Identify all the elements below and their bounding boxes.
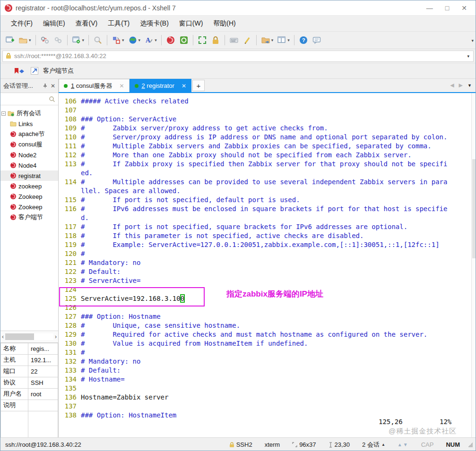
terminal-line: 112# More than one Zabbix proxy should n… (63, 151, 476, 160)
session-tree-item-7[interactable]: zookeep (0, 181, 58, 191)
session-tree-item-6[interactable]: registrat (0, 170, 58, 181)
dropdown-arrow-icon[interactable]: ▾ (122, 38, 124, 43)
terminal-line: 113# If Zabbix proxy is specified then Z… (63, 160, 476, 169)
tab-1[interactable]: 1 consul服务器✕ (59, 79, 130, 92)
session-tree-item-10[interactable]: 客户端节 (0, 212, 58, 222)
tab-scroll-left-icon[interactable]: ◀ (450, 82, 454, 88)
cursor-position-text: 125,26 (379, 418, 403, 425)
bookmark-link-icon[interactable] (31, 67, 38, 75)
terminal-line: 130# Value is acquired from HostnameItem… (63, 339, 476, 348)
new-session-icon (5, 35, 15, 45)
font-button[interactable]: A▾ (143, 34, 158, 46)
session-properties-button[interactable]: ▾ (70, 34, 86, 46)
find-button[interactable] (92, 34, 104, 46)
session-tree-item-1[interactable]: Links (0, 119, 58, 129)
new-session-button[interactable] (4, 34, 16, 46)
globe-icon (128, 35, 138, 45)
menu-item-5[interactable]: 窗口(W) (174, 17, 208, 30)
dropdown-arrow-icon[interactable]: ▾ (82, 38, 85, 43)
session-tree-item-9[interactable]: Zookeep (0, 202, 58, 212)
tab-scroll-right-icon[interactable]: ▶ (459, 82, 463, 88)
help-button[interactable]: ? (297, 34, 310, 46)
status-terminal-size[interactable]: 96x37 (292, 441, 316, 448)
xshell-logo-icon (4, 4, 13, 12)
tab-close-icon[interactable]: ✕ (182, 83, 186, 89)
terminal-cursor: 0 (181, 295, 184, 302)
terminal-line: 117# If port is not specified, square br… (63, 222, 476, 231)
session-search-box[interactable] (0, 93, 58, 105)
session-icon (10, 193, 17, 200)
status-terminal-type[interactable]: xterm (265, 441, 280, 448)
reconnect-button[interactable] (52, 34, 64, 46)
feedback-button[interactable] (311, 34, 323, 46)
dropdown-arrow-icon[interactable]: ▾ (155, 38, 157, 43)
xshell-icon (166, 35, 175, 45)
transfer-button[interactable]: ▾ (110, 34, 126, 46)
dropdown-arrow-icon[interactable]: ▾ (29, 38, 31, 43)
property-value: 22 (28, 366, 58, 377)
lock-screen-button[interactable] (209, 34, 222, 46)
address-url: ssh://root:******@192.168.3.40:22 (14, 52, 467, 60)
tab-list-dropdown-icon[interactable]: ▼ (467, 83, 472, 88)
xftp-button[interactable] (178, 34, 190, 46)
menu-item-0[interactable]: 文件(F) (6, 17, 37, 30)
close-button[interactable]: ✕ (461, 4, 467, 12)
terminal-scrollbar-thumb[interactable] (472, 159, 476, 258)
dropdown-arrow-icon[interactable]: ▾ (271, 38, 274, 43)
open-session-button[interactable]: ▾ (17, 34, 33, 46)
resize-grip[interactable] (468, 442, 473, 447)
fullscreen-button[interactable] (196, 34, 208, 46)
scroll-left-icon[interactable]: ‹ (2, 333, 4, 340)
virtual-keyboard-button[interactable] (228, 34, 240, 46)
property-key: 协议 (1, 377, 28, 388)
session-tree-item-0[interactable]: −所有会话 (0, 108, 58, 119)
maximize-button[interactable]: □ (445, 4, 449, 12)
compose-button[interactable] (241, 34, 253, 46)
scroll-right-icon[interactable]: › (55, 333, 57, 340)
status-session-count[interactable]: 2 会话 ▲ (362, 441, 385, 449)
address-dropdown-icon[interactable]: ▾ (467, 54, 469, 59)
property-key: 用户名 (1, 388, 28, 400)
session-tree-item-8[interactable]: Zookeep (0, 191, 58, 202)
tab-close-icon[interactable]: ✕ (119, 83, 124, 89)
menu-item-4[interactable]: 选项卡(B) (135, 17, 173, 30)
scrollbar-thumb[interactable] (5, 333, 34, 340)
session-tree-item-3[interactable]: consul服 (0, 139, 58, 150)
status-cursor-position[interactable]: 23,30 (329, 441, 350, 448)
pin-icon[interactable] (43, 83, 48, 88)
terminal-line: 118# If this parameter is not specified,… (63, 231, 476, 240)
xshell-button[interactable] (164, 34, 177, 46)
disconnect-icon (40, 35, 50, 45)
tab-2[interactable]: 2 registrator✕ (130, 79, 191, 92)
address-input[interactable]: ssh://root:******@192.168.3.40:22 ▾ (2, 51, 474, 62)
terminal-line: 120# (63, 249, 476, 258)
encoding-button[interactable]: ▾ (127, 34, 142, 46)
new-tab-button[interactable]: + (192, 80, 205, 91)
dropdown-arrow-icon[interactable]: ▾ (287, 38, 290, 43)
xftp-icon (179, 35, 189, 45)
session-tree-item-2[interactable]: apache节 (0, 129, 58, 139)
sidebar-horizontal-scrollbar[interactable]: ‹ › (0, 331, 58, 343)
terminal-scrollbar[interactable] (471, 93, 476, 437)
menu-item-6[interactable]: 帮助(H) (208, 17, 240, 30)
menu-item-2[interactable]: 查看(V) (71, 17, 103, 30)
property-row: 名称regis... (1, 343, 58, 354)
toolbar-overflow-icon[interactable]: ▾ (471, 38, 474, 43)
terminal-screen[interactable]: 106##### Active checks related107108### … (59, 93, 476, 437)
new-file-button[interactable]: ▾ (260, 34, 275, 46)
session-tree-item-5[interactable]: Node4 (0, 160, 58, 170)
status-protocol[interactable]: SSH2 (229, 441, 252, 448)
bookmark-item[interactable]: 客户端节点 (43, 67, 74, 75)
panel-close-icon[interactable]: ✕ (51, 83, 55, 89)
session-tree-item-4[interactable]: Node2 (0, 150, 58, 160)
scroll-up-down-icons[interactable]: ▲▼ (398, 442, 409, 447)
property-row: 端口22 (1, 366, 58, 377)
menu-item-1[interactable]: 编辑(E) (38, 17, 70, 30)
menu-item-3[interactable]: 工具(T) (103, 17, 134, 30)
tree-expander-icon[interactable]: − (1, 111, 6, 116)
layout-button[interactable]: ▾ (276, 34, 291, 46)
dropdown-arrow-icon[interactable]: ▾ (138, 38, 141, 43)
disconnect-button[interactable] (39, 34, 51, 46)
minimize-button[interactable]: — (426, 4, 433, 12)
terminal-line: 108### Option: ServerActive (63, 115, 476, 124)
